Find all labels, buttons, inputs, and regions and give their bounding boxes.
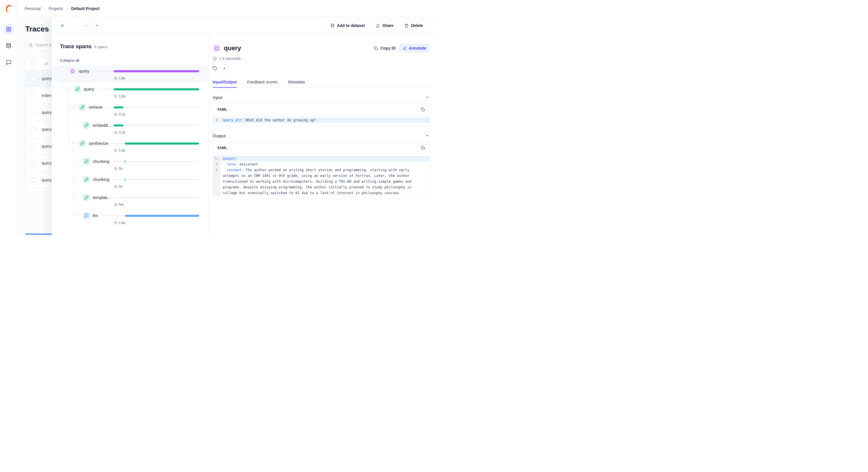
output-collapse-button[interactable] xyxy=(425,133,430,138)
duration-bar xyxy=(125,142,199,144)
span-row-templati[interactable]: templati...NA xyxy=(52,193,209,210)
duration-bar xyxy=(125,160,125,163)
chevron-down-icon xyxy=(72,142,74,145)
span-row-query[interactable]: query1.8s xyxy=(52,84,209,102)
breadcrumb-item-personal[interactable]: Personal xyxy=(25,6,40,11)
link-icon xyxy=(79,104,86,111)
expand-collapse-button[interactable] xyxy=(65,86,71,92)
span-row-chunking[interactable]: chunking0s xyxy=(52,174,209,193)
sidebar-item-chat[interactable] xyxy=(3,57,14,68)
span-duration-label: 0s xyxy=(114,185,123,189)
pen-icon xyxy=(403,46,407,50)
duration-bar xyxy=(125,215,199,217)
plus-icon xyxy=(222,67,226,70)
row-checkbox[interactable] xyxy=(31,127,36,132)
output-copy-button[interactable] xyxy=(420,145,426,150)
span-duration-label: 0s xyxy=(114,167,123,171)
breadcrumb-item-projects[interactable]: Projects xyxy=(49,6,63,11)
chevron-down-icon xyxy=(228,146,231,149)
app: PersonalProjectsDefault Project Traces q… xyxy=(0,0,434,236)
span-row-embedd[interactable]: embedd...0.2s xyxy=(52,120,209,138)
duration-bar xyxy=(125,178,125,181)
expand-collapse-button[interactable] xyxy=(70,140,76,146)
span-name: chunking xyxy=(93,177,110,182)
clock-icon xyxy=(114,203,117,206)
output-code-card: YAML1⌄23output: role: assistant content:… xyxy=(213,142,430,199)
collapse-all-button[interactable]: Collapse all xyxy=(60,58,79,63)
chevron-down-icon xyxy=(95,24,99,28)
span-row-chunking[interactable]: chunking0s xyxy=(52,156,209,174)
link-icon xyxy=(83,122,90,129)
clock-icon xyxy=(114,131,117,134)
add-tag-button[interactable] xyxy=(220,65,228,72)
expand-collapse-button[interactable] xyxy=(60,68,67,74)
chat-icon xyxy=(6,60,11,65)
clock-icon xyxy=(114,149,117,152)
duration-bar xyxy=(114,125,123,127)
span-duration-label: 1.8s xyxy=(114,94,125,98)
link-icon xyxy=(83,158,90,165)
chevron-down-icon xyxy=(228,108,231,111)
span-row-query[interactable]: query1.8s xyxy=(52,66,209,84)
row-checkbox[interactable] xyxy=(31,110,36,115)
trace-name: query xyxy=(42,127,52,132)
row-checkbox[interactable] xyxy=(31,93,36,98)
spans-title: Trace spans xyxy=(60,43,92,49)
clock-icon xyxy=(114,76,117,80)
row-checkbox[interactable] xyxy=(31,76,36,81)
span-duration-label: 1.6s xyxy=(114,148,125,153)
span-duration-label: NA xyxy=(114,203,124,207)
line-number-gutter: 1 xyxy=(213,117,220,123)
code-line: query_str: What did the author do growin… xyxy=(220,117,430,123)
span-name: chunking xyxy=(93,159,110,164)
timeline-track xyxy=(115,125,199,126)
span-row-retrieve[interactable]: retrieve0.2s xyxy=(52,102,209,120)
next-trace-button[interactable] xyxy=(92,21,102,30)
input-format-dropdown[interactable]: YAML xyxy=(217,107,231,111)
output-section: OutputYAML1⌄23output: role: assistant co… xyxy=(213,133,430,199)
share-button[interactable]: Share xyxy=(372,21,398,30)
add-to-dataset-button[interactable]: Add to dataset xyxy=(327,21,369,30)
tab-input-output[interactable]: Input/Output xyxy=(213,80,237,88)
copy-icon xyxy=(374,46,378,50)
tab-feedback-scores[interactable]: Feedback scores xyxy=(247,80,278,88)
duration-bar xyxy=(114,88,199,90)
fold-icon[interactable]: ⌄ xyxy=(217,156,218,162)
delete-button[interactable]: Delete xyxy=(400,21,427,30)
chevron-right-icon xyxy=(65,7,69,10)
row-checkbox[interactable] xyxy=(31,177,36,183)
copy-id-button[interactable]: Copy ID xyxy=(374,46,396,50)
overlay-toolbar: Add to datasetShareDelete xyxy=(52,17,434,34)
sidebar-item-grid[interactable] xyxy=(3,24,14,34)
sidebar-item-database[interactable] xyxy=(3,41,14,51)
annotate-button[interactable]: Annotate xyxy=(399,43,430,53)
trace-name: index xyxy=(42,93,51,98)
spans-panel: Trace spans 8 spans Collapse all query1.… xyxy=(52,34,209,236)
link-icon xyxy=(83,194,90,201)
collapse-panel-button[interactable] xyxy=(58,21,67,30)
input-collapse-button[interactable] xyxy=(425,95,430,100)
code-line: role: assistant xyxy=(220,162,430,167)
span-name: query xyxy=(79,69,89,73)
input-copy-button[interactable] xyxy=(420,107,426,112)
input-code-card: YAML1query_str: What did the author do g… xyxy=(213,103,430,126)
prev-trace-button[interactable] xyxy=(81,21,90,30)
span-name: retrieve xyxy=(89,105,102,109)
span-name: llm xyxy=(93,213,98,218)
span-duration-label: 1.6s xyxy=(114,221,125,225)
row-checkbox[interactable] xyxy=(31,144,36,149)
code-line: output: xyxy=(220,156,430,162)
span-row-synthesize[interactable]: synthesize1.6s xyxy=(52,138,209,156)
share-icon xyxy=(376,24,380,28)
expand-collapse-button[interactable] xyxy=(70,104,76,110)
output-format-dropdown[interactable]: YAML xyxy=(217,146,231,150)
tab-metadata[interactable]: Metadata xyxy=(288,80,305,88)
link-icon xyxy=(79,140,86,147)
select-all-checkbox[interactable] xyxy=(31,61,36,67)
link-icon xyxy=(83,176,90,183)
row-checkbox[interactable] xyxy=(31,161,36,166)
toolbar-divider xyxy=(74,22,74,29)
comet-logo[interactable] xyxy=(0,0,17,17)
span-row-llm[interactable]: llm1.6s xyxy=(52,210,209,229)
menu-icon[interactable] xyxy=(44,62,49,66)
